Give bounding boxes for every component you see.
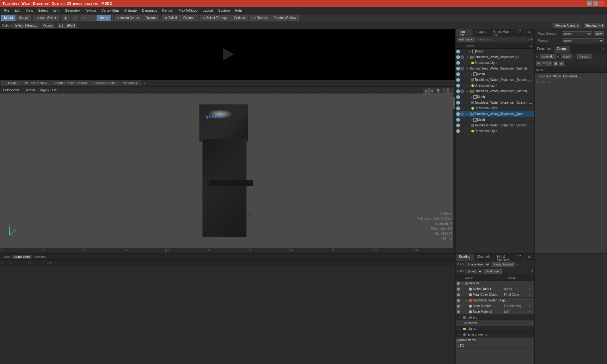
select-through-button[interactable]: ⊕ Select Through	[200, 15, 230, 21]
shader-visibility-icon[interactable]	[457, 282, 460, 285]
auto-add-button[interactable]: Auto Add	[540, 54, 556, 59]
tab-uv-texture[interactable]: UV Texture View	[20, 81, 51, 86]
props-vis-icon[interactable]: ◉	[559, 61, 564, 66]
viewport-rotate-icon[interactable]: ↺	[429, 88, 435, 94]
props-camera-icon[interactable]: 📷	[542, 61, 547, 66]
bottom-tab-graph[interactable]: Graph Editor	[12, 255, 32, 259]
menu-item[interactable]: Item	[50, 8, 62, 13]
bottom-tab-animated[interactable]: Animated	[32, 255, 48, 259]
props-lock-icon[interactable]: 🔒	[553, 61, 558, 66]
tab-images[interactable]: Images	[473, 29, 490, 36]
eye-icon[interactable]	[456, 112, 460, 116]
eye-icon[interactable]	[456, 78, 460, 82]
list-item[interactable]: Touchless_Water_Dispenser_Quench_...	[456, 123, 534, 128]
viewport-ray-gl-toggle[interactable]: Ray GL: Off	[39, 88, 58, 92]
play-preview-button[interactable]	[220, 46, 236, 62]
options2-button[interactable]: Options	[181, 15, 197, 21]
discard-button[interactable]: Discard	[577, 54, 592, 59]
shader-row-render[interactable]: ▾ Render	[456, 281, 534, 286]
icon-btn-4[interactable]: ↩	[89, 15, 97, 21]
item-expand-icon[interactable]: ▾	[466, 90, 469, 93]
filter-items-input[interactable]	[476, 37, 526, 42]
shader-row-alpha[interactable]: Alpha Output Alpha ▾	[456, 286, 534, 292]
tab-render-preset[interactable]: Render Preset Browser	[51, 81, 91, 86]
library-expand-icon[interactable]: ▸	[457, 316, 461, 319]
item-expand-icon[interactable]: ▾	[466, 67, 469, 70]
effect-dropdown-icon[interactable]: ▾	[529, 305, 534, 308]
menu-layout[interactable]: Layout	[200, 8, 216, 13]
shading-menu[interactable]: ☰	[525, 254, 534, 261]
shader-row-base-shader[interactable]: Base Shader Full Shading ▾	[456, 303, 534, 309]
eye-icon[interactable]	[456, 106, 460, 110]
viewport-scrollbar[interactable]	[453, 94, 455, 248]
menu-help[interactable]: Help	[232, 8, 245, 13]
shader-lights-header[interactable]: ▸ Lights	[456, 326, 534, 332]
eye-icon[interactable]	[456, 89, 460, 93]
options3-button[interactable]: Options	[231, 15, 248, 21]
icon-btn-3[interactable]: ⊟	[80, 15, 88, 21]
shader-visibility-icon[interactable]	[457, 310, 460, 313]
viewport-perspective-dropdown[interactable]: Perspective	[2, 88, 21, 92]
tab-gradient-editor[interactable]: Gradient Editor	[91, 81, 119, 86]
item-expand-icon[interactable]: ▾	[466, 56, 469, 59]
options1-button[interactable]: Options	[143, 15, 159, 21]
render-window-button[interactable]: Render Window	[271, 15, 299, 21]
item-list-menu[interactable]: ☰	[525, 29, 534, 36]
maximize-button[interactable]: □	[593, 1, 598, 6]
eye-icon[interactable]	[456, 101, 460, 105]
item-expand-icon[interactable]: ▸	[469, 118, 473, 121]
menu-file[interactable]: File	[1, 8, 12, 13]
shader-row-fx[interactable]: FX	[456, 343, 534, 349]
list-item[interactable]: Directional Light	[456, 128, 534, 134]
add-view-tab[interactable]: +	[142, 81, 147, 86]
item-expand-icon[interactable]: ▸	[469, 95, 473, 99]
menu-system[interactable]: System	[216, 8, 232, 13]
tab-info-stats[interactable]: Info & Statistics	[494, 254, 515, 261]
effect-dropdown-icon[interactable]: ▾	[529, 310, 534, 313]
items-button[interactable]: Items	[97, 15, 111, 21]
icon-btn-1[interactable]: ◧	[62, 15, 70, 21]
shader-list[interactable]: ▾ Render Alpha Output Alpha ▾	[456, 281, 534, 364]
shader-expand-icon[interactable]: ▾	[461, 282, 464, 285]
render-icon[interactable]	[460, 89, 464, 93]
eye-icon[interactable]	[456, 61, 460, 65]
pass-new-button[interactable]: New	[594, 31, 604, 36]
item-expand-icon[interactable]: ▾	[466, 112, 469, 116]
list-item[interactable]: Touchless_Water_Dispenser_Quench_...	[456, 100, 534, 106]
menu-geometry[interactable]: Geometry	[62, 8, 82, 13]
tab-vertex-map[interactable]: Vertex Map List	[489, 29, 515, 36]
render-icon[interactable]	[460, 112, 464, 116]
env-expand-icon[interactable]: ▸	[457, 333, 461, 336]
lights-expand-icon[interactable]: ▸	[457, 327, 461, 331]
menu-maxtomodo[interactable]: MaxToModo	[176, 8, 200, 13]
list-item[interactable]: ▾ Touchless_Water_Dispenser (2)	[456, 54, 534, 60]
mode-sculpt-button[interactable]: Sculpt	[16, 15, 31, 21]
shader-row-material[interactable]: ▾ Touchless_Water_Dispense...	[456, 298, 534, 303]
list-item[interactable]: Directional Light	[456, 83, 534, 88]
menu-edit[interactable]: Edit	[12, 8, 23, 13]
menu-render[interactable]: Render	[160, 8, 176, 13]
menu-view[interactable]: View	[23, 8, 36, 13]
eye-icon[interactable]	[456, 50, 460, 53]
action-center-button[interactable]: ⊕ Action Center	[114, 15, 142, 21]
viewport-search-icon[interactable]: 🔍	[436, 88, 441, 94]
bottom-tab-audio[interactable]: Audio	[1, 255, 12, 259]
shader-visibility-icon[interactable]	[457, 293, 460, 296]
eye-icon[interactable]	[456, 84, 460, 88]
menu-animate[interactable]: Animate	[121, 8, 139, 13]
shader-row-nodes[interactable]: Nodes	[456, 320, 534, 326]
props-render-icon[interactable]: ⚙	[547, 61, 552, 66]
shader-tree-select[interactable]: Shader Tree	[465, 262, 490, 267]
passes-select[interactable]: (none)	[562, 38, 604, 43]
menu-texture[interactable]: Texture	[83, 8, 99, 13]
item-expand-icon[interactable]: ▸	[469, 73, 473, 76]
item-expand-icon[interactable]: ▸	[468, 50, 472, 53]
render-button[interactable]: ⊙ Render	[250, 15, 270, 21]
shader-row-bake[interactable]: Bake Items	[456, 337, 534, 343]
list-item[interactable]: ▾ Touchless_Water_Dispenser_Quench_Ic...	[456, 66, 534, 71]
render-icon[interactable]	[460, 55, 464, 59]
shader-visibility-icon[interactable]	[457, 288, 460, 291]
assign-material-button[interactable]: Assign Material	[492, 262, 516, 267]
viewport-expand-icon[interactable]: ⛶	[442, 88, 448, 94]
viewport-default-dropdown[interactable]: Default	[23, 88, 36, 92]
